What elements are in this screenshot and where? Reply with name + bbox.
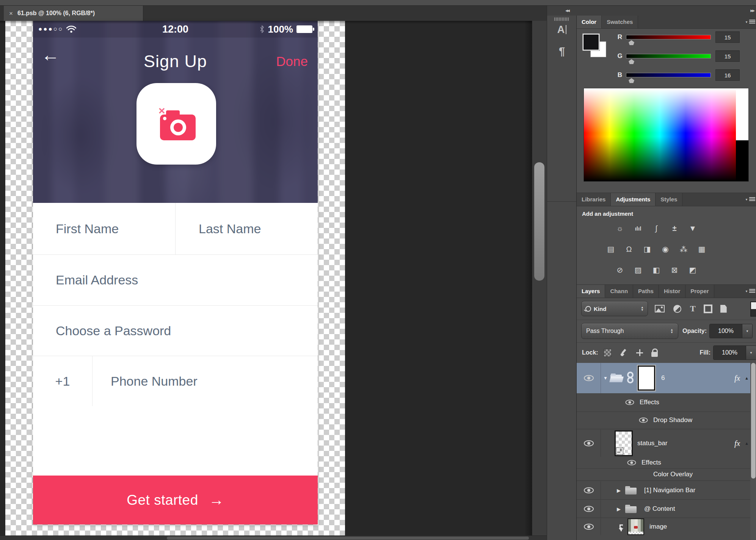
disclosure-triangle-icon[interactable]: ▶ (617, 488, 621, 493)
tab-styles[interactable]: Styles (656, 193, 682, 206)
phone-field[interactable]: Phone Number (93, 356, 318, 406)
eye-icon[interactable] (584, 375, 594, 381)
foreground-color-swatch[interactable] (583, 34, 599, 50)
fill-dropdown-icon[interactable]: ▼ (746, 346, 756, 359)
horizontal-scrollbar-thumb[interactable] (167, 537, 529, 540)
character-panel-icon[interactable]: A (547, 24, 577, 36)
disclosure-triangle-icon[interactable]: ▶ (617, 506, 621, 512)
kind-filter-dropdown[interactable]: Kind ▲▼ (581, 301, 648, 316)
collapse-panels-icon[interactable]: ◀◀ (565, 9, 569, 13)
green-slider[interactable] (626, 54, 711, 58)
layers-scrollbar-thumb[interactable] (751, 363, 756, 479)
layers-scrollbar[interactable] (750, 363, 756, 540)
panel-menu-icon[interactable]: ▼ (743, 193, 756, 206)
fill-field[interactable]: 100% ▼ (713, 345, 756, 360)
lock-pixels-icon[interactable] (620, 348, 628, 357)
curves-icon[interactable]: ∫ (651, 223, 662, 234)
done-button[interactable]: Done (276, 54, 308, 69)
layer-name[interactable]: @ Content (644, 505, 675, 513)
red-slider-thumb[interactable] (629, 40, 634, 45)
fx-badge[interactable]: fx (734, 439, 740, 448)
lock-transparency-icon[interactable] (604, 349, 612, 357)
eye-icon[interactable] (584, 440, 594, 446)
panel-menu-icon[interactable]: ▼ (743, 16, 756, 28)
visibility-cell[interactable] (577, 363, 601, 393)
brightness-contrast-icon[interactable]: ☼ (614, 223, 626, 234)
green-value-field[interactable]: 15 (715, 50, 740, 62)
spectrum-gradient[interactable] (584, 88, 736, 181)
red-slider[interactable] (626, 35, 711, 39)
collapse-effects-icon[interactable]: ▲ (745, 376, 749, 380)
layer-row-group-6[interactable]: ▼ 6 fx ▲ (577, 363, 750, 393)
layer-row-image[interactable]: image (577, 518, 750, 535)
fx-badge[interactable]: fx (734, 374, 740, 383)
green-slider-thumb[interactable] (629, 59, 634, 64)
visibility-cell[interactable] (577, 500, 601, 518)
eye-icon[interactable] (584, 487, 594, 493)
color-balance-icon[interactable]: Ω (623, 243, 635, 255)
filter-smart-objects-icon[interactable] (720, 305, 727, 313)
lock-all-icon[interactable] (651, 352, 658, 357)
layer-row-drop-shadow[interactable]: Drop Shadow (577, 411, 750, 429)
filter-pixel-layers-icon[interactable] (655, 305, 665, 312)
layer-row-navigation-bar[interactable]: ▶ [1] Navigation Bar (577, 481, 750, 500)
visibility-cell[interactable] (577, 430, 601, 457)
expand-panels-icon[interactable]: ▶▶ (750, 9, 754, 13)
tab-layers[interactable]: Layers (577, 285, 605, 298)
invert-icon[interactable]: ⊘ (614, 264, 626, 276)
layer-name[interactable]: status_bar (637, 440, 667, 447)
blue-slider[interactable] (626, 73, 711, 77)
tab-history[interactable]: Histor (659, 285, 685, 298)
collapse-effects-icon[interactable]: ▲ (745, 441, 749, 446)
channel-mixer-icon[interactable]: ⁂ (678, 243, 690, 255)
layer-thumbnail[interactable] (615, 430, 633, 456)
filter-adjustment-layers-icon[interactable] (673, 305, 681, 313)
canvas-horizontal-scrollbar[interactable] (0, 535, 547, 540)
dock-grip-dots[interactable] (554, 17, 569, 21)
canvas-vertical-scrollbar[interactable] (532, 21, 547, 535)
get-started-button[interactable]: Get started → (33, 476, 318, 524)
layer-row-effects[interactable]: Effects (577, 393, 750, 412)
black-white-icon[interactable]: ◨ (642, 243, 653, 255)
panel-menu-icon[interactable]: ▼ (743, 285, 756, 298)
posterize-icon[interactable]: ▨ (632, 264, 644, 276)
tab-swatches[interactable]: Swatches (602, 16, 638, 28)
layer-thumbnail[interactable] (638, 366, 655, 391)
color-spectrum-picker[interactable] (583, 88, 749, 182)
eye-icon[interactable] (639, 418, 648, 423)
tab-paths[interactable]: Paths (633, 285, 659, 298)
document-tab[interactable]: × 61.psb @ 100% (6, RGB/8*) (4, 6, 143, 21)
red-value-field[interactable]: 15 (715, 31, 740, 43)
tab-libraries[interactable]: Libraries (577, 193, 611, 206)
last-name-field[interactable]: Last Name (176, 203, 318, 254)
gradient-map-icon[interactable]: ⊠ (669, 264, 681, 276)
email-field[interactable]: Email Address (33, 254, 318, 305)
opacity-field[interactable]: 100% ▼ (709, 324, 753, 338)
levels-icon[interactable]: ılıl (632, 223, 644, 234)
grayscale-strip[interactable] (736, 88, 748, 181)
eye-icon[interactable] (626, 400, 634, 405)
eye-icon[interactable] (627, 460, 636, 465)
disclosure-triangle-icon[interactable]: ▼ (603, 375, 608, 381)
opacity-dropdown-icon[interactable]: ▼ (742, 324, 752, 338)
threshold-icon[interactable]: ◧ (651, 264, 662, 276)
filter-type-layers-icon[interactable]: T (690, 305, 696, 313)
photo-filter-icon[interactable]: ◉ (660, 243, 671, 255)
filter-toggle-switch[interactable] (750, 301, 756, 317)
visibility-cell[interactable] (577, 518, 601, 535)
lock-position-icon[interactable] (636, 349, 643, 356)
canvas-area[interactable]: ●●●○○ 12:00 100% (0, 21, 547, 540)
avatar-upload-card[interactable]: × (136, 83, 216, 165)
layer-row-color-overlay[interactable]: Color Overlay (577, 468, 750, 481)
hue-saturation-icon[interactable]: ▤ (605, 243, 617, 255)
visibility-cell[interactable] (577, 481, 601, 499)
layer-thumbnail[interactable] (627, 518, 644, 535)
close-icon[interactable]: × (9, 10, 13, 17)
filter-shape-layers-icon[interactable] (704, 305, 712, 312)
layer-name[interactable]: 6 (661, 374, 665, 382)
eye-icon[interactable] (584, 524, 594, 530)
color-lookup-icon[interactable]: ▦ (696, 243, 708, 255)
blue-slider-thumb[interactable] (629, 78, 634, 83)
blue-value-field[interactable]: 16 (715, 69, 740, 81)
vertical-scrollbar-thumb[interactable] (534, 162, 544, 281)
